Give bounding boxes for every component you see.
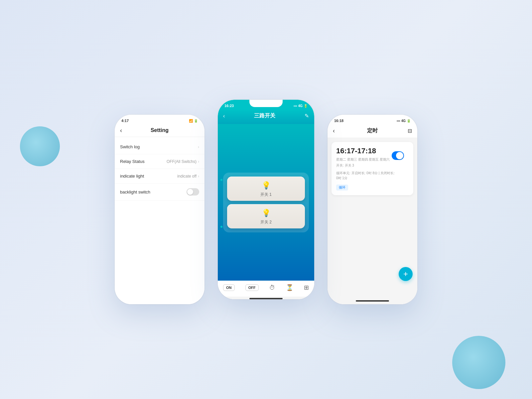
timer-toggle[interactable]: [392, 151, 404, 160]
battery-icon-right: 🔋: [407, 119, 411, 123]
back-button-settings[interactable]: ‹: [120, 127, 122, 134]
settings-item-indicate[interactable]: indicate light indicate off ›: [115, 169, 204, 184]
timer-time-range: 16:17-17:18: [336, 147, 396, 155]
switch-button-1[interactable]: 💡 开关 1: [227, 177, 305, 201]
switch-label-1: 开关 1: [260, 192, 272, 198]
phone-timer: 16:18 ▪▪▪ 4G 🔋 ‹ 定时 ⊟ 16:17-17:18: [328, 115, 417, 304]
chevron-icon-2: ›: [198, 174, 199, 179]
timer-body: 16:17-17:18 星期二 星期三 星期四 星期五 星期六 开关: 开关 3…: [328, 138, 417, 298]
timer-nav: ‹ 定时 ⊟: [328, 124, 417, 138]
phone-switch-app: 16:23 ▪▪▪ 4G 🔋 ‹ 三路开关 ✎ 💡: [218, 100, 314, 299]
status-icons-left: 📶 🔋: [189, 119, 198, 123]
notch-right: [356, 115, 389, 122]
toolbar-grid[interactable]: ⊞: [304, 284, 309, 291]
timer-card-header: 16:17-17:18 星期二 星期三 星期四 星期五 星期六 开关: 开关 3…: [336, 147, 409, 191]
network-icon-center: 4G: [298, 104, 303, 108]
timer-detail-1: 开关: 开关 3: [336, 163, 396, 168]
home-indicator-right: [356, 300, 389, 302]
notch-left: [143, 115, 176, 122]
blob-decoration-tl: [20, 126, 60, 166]
timer-card: 16:17-17:18 星期二 星期三 星期四 星期五 星期六 开关: 开关 3…: [332, 142, 413, 195]
timer-detail-2: 循环单元: 开启时长: 0时 8分 | 关闭时长: 0时 1分: [336, 171, 396, 181]
countdown-icon[interactable]: ⏳: [286, 284, 293, 291]
toolbar-off[interactable]: OFF: [245, 284, 259, 291]
settings-item-switch-log[interactable]: Switch log ›: [115, 140, 204, 154]
indicate-label: indicate light: [120, 174, 144, 179]
phones-container: 4:17 📶 🔋 ‹ Setting Switch log ›: [115, 95, 417, 304]
switch-icon-2: 💡: [262, 209, 271, 217]
settings-item-backlight[interactable]: backlight switch: [115, 184, 204, 200]
status-time-right: 16:18: [334, 119, 343, 123]
phone-settings: 4:17 📶 🔋 ‹ Setting Switch log ›: [115, 115, 204, 304]
chevron-icon-1: ›: [198, 159, 199, 164]
back-button-timer[interactable]: ‹: [333, 127, 335, 134]
center-back-button[interactable]: ‹: [223, 113, 225, 119]
relay-right: OFF(All Switchs) ›: [167, 159, 199, 164]
center-header: ‹ 三路开关 ✎: [218, 109, 314, 124]
switch-log-label: Switch log: [120, 144, 140, 149]
timer-title: 定时: [367, 127, 378, 134]
backlight-label: backlight switch: [120, 190, 150, 195]
toolbar-countdown[interactable]: ⏳: [286, 284, 293, 291]
add-timer-button[interactable]: +: [399, 267, 413, 281]
off-button[interactable]: OFF: [245, 284, 259, 291]
relay-label: Relay Status: [120, 159, 145, 164]
toolbar-on[interactable]: ON: [223, 284, 235, 291]
switch-button-2[interactable]: 💡 开关 2: [227, 204, 305, 228]
on-button[interactable]: ON: [223, 284, 235, 291]
battery-icon: 🔋: [194, 119, 198, 123]
center-toolbar: ON OFF ⏱ ⏳ ⊞: [218, 281, 314, 297]
screen-timer: 16:18 ▪▪▪ 4G 🔋 ‹ 定时 ⊟ 16:17-17:18: [328, 115, 417, 304]
backlight-toggle[interactable]: [187, 188, 199, 196]
status-icons-center: ▪▪▪ 4G 🔋: [294, 104, 308, 108]
screen-center: 16:23 ▪▪▪ 4G 🔋 ‹ 三路开关 ✎ 💡: [218, 100, 314, 299]
indicate-value: indicate off: [177, 174, 197, 179]
filter-icon[interactable]: ⊟: [408, 128, 412, 134]
settings-title: Setting: [151, 127, 169, 133]
timer-card-info: 16:17-17:18 星期二 星期三 星期四 星期五 星期六 开关: 开关 3…: [336, 147, 396, 191]
settings-list: Switch log › Relay Status OFF(All Switch…: [115, 137, 204, 304]
dot-indicator-1: [220, 179, 222, 181]
backlight-right: [187, 188, 199, 196]
status-icons-right: ▪▪▪ 4G 🔋: [397, 119, 411, 123]
home-indicator-center: [249, 298, 283, 299]
blob-decoration-br: [452, 336, 505, 389]
signal-icon-center: ▪▪▪: [294, 104, 297, 108]
chevron-icon-0: ›: [198, 145, 199, 149]
screen-settings: 4:17 📶 🔋 ‹ Setting Switch log ›: [115, 115, 204, 304]
toolbar-timer[interactable]: ⏱: [269, 284, 275, 291]
switch-log-right: ›: [198, 145, 199, 149]
settings-nav: ‹ Setting: [115, 124, 204, 137]
wifi-icon: 📶: [189, 119, 193, 123]
grid-icon[interactable]: ⊞: [304, 284, 309, 291]
settings-item-relay[interactable]: Relay Status OFF(All Switchs) ›: [115, 154, 204, 169]
timer-days: 星期二 星期三 星期四 星期五 星期六: [336, 157, 396, 162]
status-time-center: 16:23: [224, 104, 234, 108]
notch-center: [249, 100, 283, 107]
center-edit-icon[interactable]: ✎: [305, 113, 309, 119]
indicate-right: indicate off ›: [177, 174, 199, 179]
signal-icon-right: ▪▪▪: [397, 119, 400, 123]
center-title: 三路开关: [254, 112, 275, 119]
center-body: 💡 开关 1 💡 开关 2: [218, 124, 314, 281]
battery-icon-center: 🔋: [304, 104, 308, 108]
switches-panel: 💡 开关 1 💡 开关 2: [223, 173, 309, 232]
timer-icon[interactable]: ⏱: [269, 284, 275, 291]
switch-label-2: 开关 2: [260, 219, 272, 225]
switch-icon-1: 💡: [262, 181, 271, 190]
timer-badge: 循环: [336, 185, 348, 191]
relay-value: OFF(All Switchs): [167, 159, 197, 164]
network-icon-right: 4G: [401, 119, 406, 123]
dot-indicator-2: [220, 226, 222, 228]
status-time-left: 4:17: [121, 119, 129, 123]
